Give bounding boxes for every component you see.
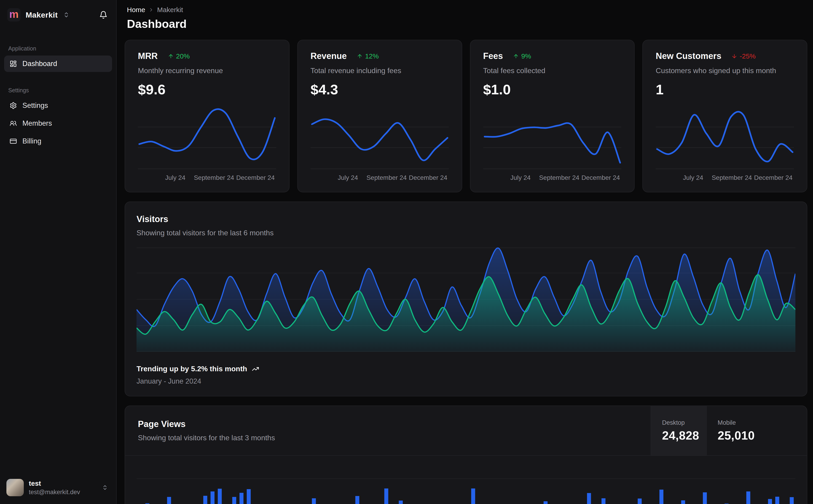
- x-tick: July 24: [510, 174, 530, 181]
- x-tick: July 24: [338, 174, 358, 181]
- toggle-value: 25,010: [718, 429, 796, 442]
- stat-change-value: 12%: [365, 52, 379, 60]
- sidebar: m Makerkit Application Dashboard Setting…: [0, 0, 117, 504]
- stat-change-value: -25%: [740, 52, 756, 60]
- x-tick: September 24: [539, 174, 579, 181]
- visitors-title: Visitors: [136, 214, 795, 224]
- x-tick: September 24: [194, 174, 234, 181]
- page-views-description: Showing total visitors for the last 3 mo…: [138, 434, 638, 442]
- layout-dashboard-icon: [10, 60, 17, 67]
- x-axis-labels: July 24 September 24 December 24: [311, 174, 449, 183]
- sparkline-svg: [656, 102, 794, 171]
- chevrons-up-down-icon: [102, 485, 108, 491]
- stat-card-grid: MRR 20% Monthly recurring revenue $9.6 J…: [125, 40, 807, 192]
- sidebar-item-label: Settings: [22, 101, 48, 110]
- makerkit-logo: m: [7, 8, 21, 21]
- arrow-up-icon: [357, 53, 363, 59]
- sparkline-chart: July 24 September 24 December 24: [656, 102, 794, 183]
- stat-title: Fees: [483, 51, 503, 61]
- stat-value: $1.0: [483, 81, 622, 98]
- stat-value: 1: [656, 81, 794, 98]
- page-views-title: Page Views: [138, 419, 638, 429]
- breadcrumb-current: Makerkit: [157, 6, 183, 14]
- section-label-application: Application: [8, 45, 108, 52]
- avatar: [6, 479, 24, 496]
- x-tick: December 24: [754, 174, 792, 181]
- stat-change-value: 20%: [176, 52, 190, 60]
- page-views-card: Page Views Showing total visitors for th…: [125, 406, 807, 504]
- toggle-mobile[interactable]: Mobile 25,010: [706, 406, 807, 455]
- sparkline-svg: [138, 102, 276, 171]
- page-views-bar-chart: [136, 462, 795, 504]
- breadcrumb: Home Makerkit: [125, 6, 807, 14]
- sidebar-item-label: Billing: [22, 137, 41, 145]
- stat-change-value: 9%: [521, 52, 531, 60]
- user-menu[interactable]: test test@makerkit.dev: [4, 477, 112, 499]
- toggle-label: Desktop: [662, 419, 695, 426]
- stat-description: Monthly recurring revenue: [138, 66, 276, 75]
- user-email: test@makerkit.dev: [29, 489, 80, 496]
- sparkline-chart: July 24 September 24 December 24: [483, 102, 622, 183]
- stat-card-fees: Fees 9% Total fees collected $1.0 July 2…: [470, 40, 635, 192]
- toggle-label: Mobile: [718, 419, 796, 426]
- app-root: m Makerkit Application Dashboard Setting…: [0, 0, 813, 504]
- trending-up-icon: [252, 365, 259, 373]
- sparkline-svg: [483, 102, 622, 171]
- sidebar-item-settings[interactable]: Settings: [4, 97, 112, 114]
- x-tick: December 24: [409, 174, 447, 181]
- user-name: test: [29, 480, 80, 487]
- x-tick: September 24: [366, 174, 407, 181]
- stat-card-new-customers: New Customers -25% Customers who signed …: [643, 40, 807, 192]
- visitors-description: Showing total visitors for the last 6 mo…: [136, 229, 795, 237]
- x-axis-labels: July 24 September 24 December 24: [138, 174, 276, 183]
- sidebar-item-billing[interactable]: Billing: [4, 133, 112, 149]
- arrow-down-icon: [731, 53, 737, 59]
- x-tick: December 24: [236, 174, 275, 181]
- stat-title: MRR: [138, 51, 158, 61]
- trend-text: Trending up by 5.2% this month: [136, 365, 247, 373]
- x-tick: December 24: [581, 174, 620, 181]
- stat-change-badge: -25%: [731, 52, 756, 60]
- x-axis-labels: July 24 September 24 December 24: [483, 174, 622, 183]
- stat-change-badge: 12%: [357, 52, 379, 60]
- x-axis-labels: July 24 September 24 December 24: [656, 174, 794, 183]
- sidebar-item-label: Members: [22, 119, 52, 127]
- page-views-chart-area: [125, 456, 807, 504]
- x-tick: September 24: [712, 174, 752, 181]
- stat-value: $4.3: [311, 81, 449, 98]
- stat-change-badge: 9%: [513, 52, 531, 60]
- page-title: Dashboard: [125, 17, 807, 31]
- stat-change-badge: 20%: [168, 52, 190, 60]
- stat-value: $9.6: [138, 81, 276, 98]
- stat-description: Total fees collected: [483, 66, 622, 75]
- toggle-desktop[interactable]: Desktop 24,828: [651, 406, 706, 455]
- sparkline-chart: July 24 September 24 December 24: [138, 102, 276, 183]
- gear-icon: [10, 102, 17, 109]
- sparkline-chart: July 24 September 24 December 24: [311, 102, 449, 183]
- stat-card-revenue: Revenue 12% Total revenue including fees…: [297, 40, 462, 192]
- workspace-name: Makerkit: [26, 11, 58, 19]
- arrow-up-icon: [168, 53, 174, 59]
- sidebar-item-dashboard[interactable]: Dashboard: [4, 56, 112, 72]
- x-tick: July 24: [683, 174, 703, 181]
- x-tick: July 24: [165, 174, 185, 181]
- chevrons-up-down-icon: [63, 12, 69, 18]
- section-label-settings: Settings: [8, 87, 108, 94]
- visitors-card: Visitors Showing total visitors for the …: [125, 202, 807, 396]
- toggle-value: 24,828: [662, 429, 695, 442]
- sidebar-item-label: Dashboard: [22, 60, 57, 68]
- user-info: test test@makerkit.dev: [29, 480, 80, 496]
- stat-description: Total revenue including fees: [311, 66, 449, 75]
- arrow-up-icon: [513, 53, 519, 59]
- chevron-right-icon: [148, 7, 154, 13]
- breadcrumb-home[interactable]: Home: [127, 6, 145, 14]
- visitors-footer: Trending up by 5.2% this month January -…: [136, 365, 795, 385]
- period-text: January - June 2024: [136, 377, 795, 385]
- page-views-header: Page Views Showing total visitors for th…: [125, 406, 807, 456]
- sidebar-item-members[interactable]: Members: [4, 115, 112, 132]
- sparkline-svg: [311, 102, 449, 171]
- credit-card-icon: [10, 138, 17, 145]
- main-content: Home Makerkit Dashboard MRR 20% Monthly …: [117, 0, 813, 504]
- bell-icon[interactable]: [99, 11, 107, 19]
- workspace-switcher[interactable]: m Makerkit: [4, 6, 112, 23]
